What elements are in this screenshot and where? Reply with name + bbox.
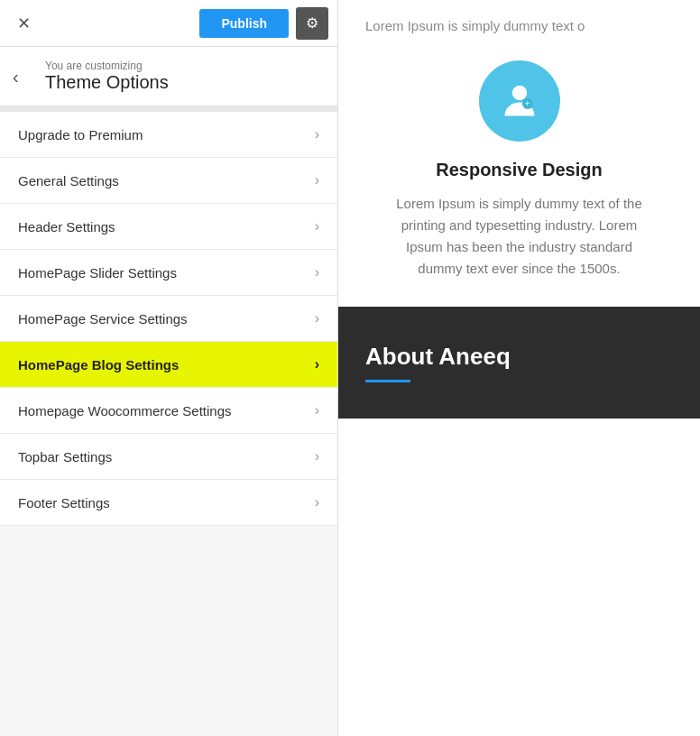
- chevron-right-icon: ›: [315, 172, 319, 189]
- menu-item-service[interactable]: HomePage Service Settings›: [0, 296, 337, 342]
- chevron-right-icon: ›: [315, 218, 319, 235]
- service-card: + Responsive Design Lorem Ipsum is simpl…: [338, 42, 700, 307]
- back-button[interactable]: ‹: [13, 66, 19, 87]
- menu-item-general[interactable]: General Settings›: [0, 158, 337, 204]
- chevron-right-icon: ›: [315, 126, 319, 143]
- chevron-right-icon: ›: [315, 402, 319, 419]
- header-title: Theme Options: [45, 72, 169, 93]
- service-desc: Lorem Ipsum is simply dummy text of the …: [384, 193, 655, 280]
- menu-item-label-service: HomePage Service Settings: [18, 311, 315, 327]
- right-panel: Lorem Ipsum is simply dummy text o + Res…: [338, 0, 700, 736]
- top-bar: ✕ Publish ⚙: [0, 0, 337, 47]
- menu-item-label-general: General Settings: [18, 173, 315, 189]
- gear-icon: ⚙: [306, 14, 318, 32]
- menu-item-label-topbar: Topbar Settings: [18, 449, 315, 465]
- menu-item-topbar[interactable]: Topbar Settings›: [0, 434, 337, 480]
- menu-item-label-footer: Footer Settings: [18, 495, 315, 511]
- menu-item-woocommerce[interactable]: Homepage Woocommerce Settings›: [0, 388, 337, 434]
- menu-item-label-slider: HomePage Slider Settings: [18, 265, 315, 281]
- menu-item-upgrade[interactable]: Upgrade to Premium›: [0, 112, 337, 158]
- about-section: About Aneeq: [338, 307, 700, 419]
- menu-item-header[interactable]: Header Settings›: [0, 204, 337, 250]
- service-title: Responsive Design: [374, 160, 664, 180]
- gear-button[interactable]: ⚙: [296, 7, 328, 40]
- menu-list: Upgrade to Premium›General Settings›Head…: [0, 112, 337, 736]
- menu-item-label-blog: HomePage Blog Settings: [18, 357, 315, 373]
- menu-item-label-upgrade: Upgrade to Premium: [18, 127, 315, 143]
- menu-item-slider[interactable]: HomePage Slider Settings›: [0, 250, 337, 296]
- chevron-right-icon: ›: [315, 356, 319, 373]
- menu-item-label-header: Header Settings: [18, 219, 315, 235]
- about-underline: [365, 380, 410, 382]
- publish-button[interactable]: Publish: [199, 9, 289, 38]
- chevron-right-icon: ›: [315, 448, 319, 465]
- close-button[interactable]: ✕: [9, 9, 38, 38]
- person-icon: +: [498, 79, 541, 123]
- header-text: You are customizing Theme Options: [45, 60, 169, 93]
- header-subtitle: You are customizing: [45, 60, 169, 72]
- chevron-right-icon: ›: [315, 494, 319, 511]
- service-icon-circle: +: [479, 60, 560, 142]
- chevron-right-icon: ›: [315, 264, 319, 281]
- menu-item-label-woocommerce: Homepage Woocommerce Settings: [18, 403, 315, 419]
- svg-point-0: [511, 86, 527, 101]
- left-panel: ✕ Publish ⚙ ‹ You are customizing Theme …: [0, 0, 338, 736]
- chevron-right-icon: ›: [315, 310, 319, 327]
- menu-item-footer[interactable]: Footer Settings›: [0, 480, 337, 526]
- preview-top-text: Lorem Ipsum is simply dummy text o: [338, 0, 700, 42]
- menu-item-blog[interactable]: HomePage Blog Settings›: [0, 342, 337, 388]
- about-title: About Aneeq: [365, 343, 673, 371]
- header-section: ‹ You are customizing Theme Options: [0, 47, 337, 106]
- svg-text:+: +: [525, 99, 530, 108]
